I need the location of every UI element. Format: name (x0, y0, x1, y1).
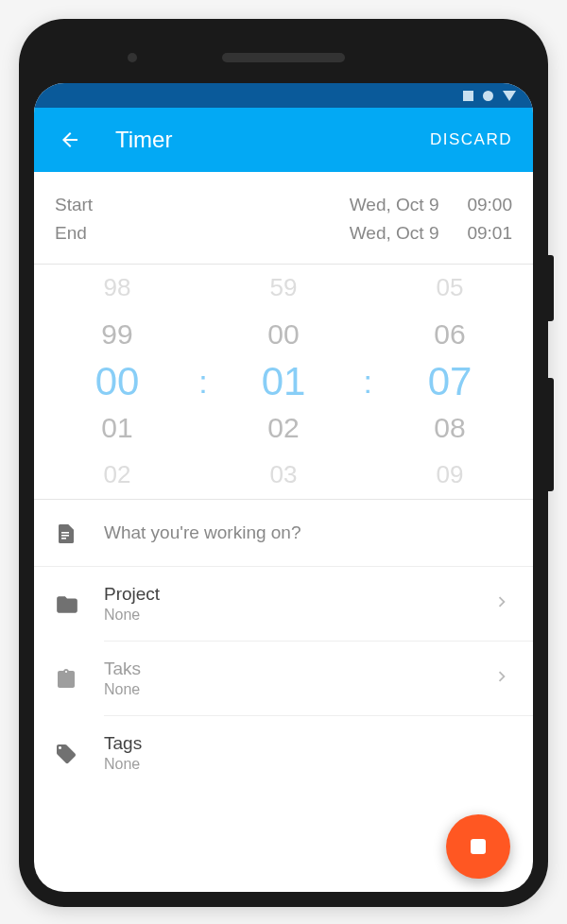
picker-item: 01 (101, 405, 132, 453)
picker-separator: : (198, 363, 207, 400)
project-chevron (491, 591, 512, 616)
discard-button[interactable]: DISCARD (426, 123, 516, 157)
phone-power-button (548, 255, 554, 321)
tag-icon (55, 743, 77, 765)
back-button[interactable] (51, 121, 89, 159)
status-bar (34, 83, 533, 108)
description-icon (55, 521, 104, 545)
project-value: None (104, 607, 491, 624)
duration-picker[interactable]: 98 99 00 01 02 59 00 01 02 03 05 (34, 264, 533, 500)
picker-item: 59 (270, 265, 298, 312)
picker-minutes-selected: 01 (262, 358, 306, 405)
tags-icon-wrap (55, 741, 104, 765)
document-icon (55, 522, 77, 545)
picker-item: 06 (434, 311, 465, 358)
phone-frame: Timer DISCARD Start Wed, Oct 9 09:00 End… (19, 19, 548, 907)
picker-item: 03 (270, 452, 298, 499)
back-arrow-icon (59, 128, 81, 151)
task-chevron (491, 666, 512, 691)
description-placeholder: What you're working on? (104, 522, 512, 543)
svg-rect-2 (61, 538, 66, 539)
status-icon-square (463, 91, 473, 101)
tags-row[interactable]: Tags None (34, 716, 533, 790)
task-label: Taks (104, 659, 491, 679)
phone-speaker (222, 53, 345, 62)
picker-item: 09 (437, 452, 464, 499)
project-row[interactable]: Project None (34, 567, 533, 641)
chevron-right-icon (491, 591, 512, 612)
start-label: Start (55, 191, 350, 219)
picker-item: 99 (101, 311, 132, 358)
chevron-right-icon (491, 666, 512, 687)
status-icon-triangle (503, 91, 516, 101)
phone-camera (128, 53, 137, 62)
app-title: Timer (115, 127, 426, 153)
folder-icon (55, 592, 79, 617)
picker-seconds-col[interactable]: 05 06 07 08 09 (367, 265, 533, 499)
end-label: End (55, 219, 350, 248)
picker-item: 02 (267, 405, 299, 453)
picker-item: 05 (437, 265, 464, 312)
status-icon-circle (483, 91, 493, 101)
task-icon-wrap (55, 666, 104, 691)
start-time-row[interactable]: Start Wed, Oct 9 09:00 (55, 191, 512, 219)
task-row[interactable]: Taks None (34, 642, 533, 715)
picker-hours-selected: 00 (95, 358, 140, 405)
start-date: Wed, Oct 9 (350, 191, 439, 219)
tags-label: Tags (104, 733, 512, 754)
end-time: 09:01 (467, 219, 512, 248)
end-time-row[interactable]: End Wed, Oct 9 09:01 (55, 219, 512, 248)
start-time: 09:00 (467, 191, 512, 219)
picker-item: 02 (104, 452, 131, 499)
picker-hours-col[interactable]: 98 99 00 01 02 (34, 265, 200, 499)
project-label: Project (104, 584, 491, 605)
end-date: Wed, Oct 9 (350, 219, 439, 248)
phone-volume-button (548, 378, 554, 491)
content-area: Start Wed, Oct 9 09:00 End Wed, Oct 9 09… (34, 172, 533, 892)
picker-item: 08 (434, 405, 465, 453)
clipboard-icon (55, 668, 77, 691)
stop-fab[interactable] (446, 814, 510, 879)
picker-item: 98 (104, 265, 131, 312)
picker-seconds-selected: 07 (428, 358, 472, 405)
picker-minutes-col[interactable]: 59 00 01 02 03 (200, 265, 367, 499)
screen: Timer DISCARD Start Wed, Oct 9 09:00 End… (34, 83, 533, 892)
times-section: Start Wed, Oct 9 09:00 End Wed, Oct 9 09… (34, 172, 533, 264)
tags-value: None (104, 756, 512, 773)
svg-rect-0 (61, 532, 69, 534)
project-icon-wrap (55, 590, 104, 617)
task-value: None (104, 681, 491, 698)
stop-icon (471, 839, 486, 854)
description-row[interactable]: What you're working on? (34, 500, 533, 567)
picker-separator: : (363, 363, 371, 400)
picker-item: 00 (267, 311, 299, 358)
svg-rect-1 (61, 535, 69, 537)
app-bar: Timer DISCARD (34, 108, 533, 172)
